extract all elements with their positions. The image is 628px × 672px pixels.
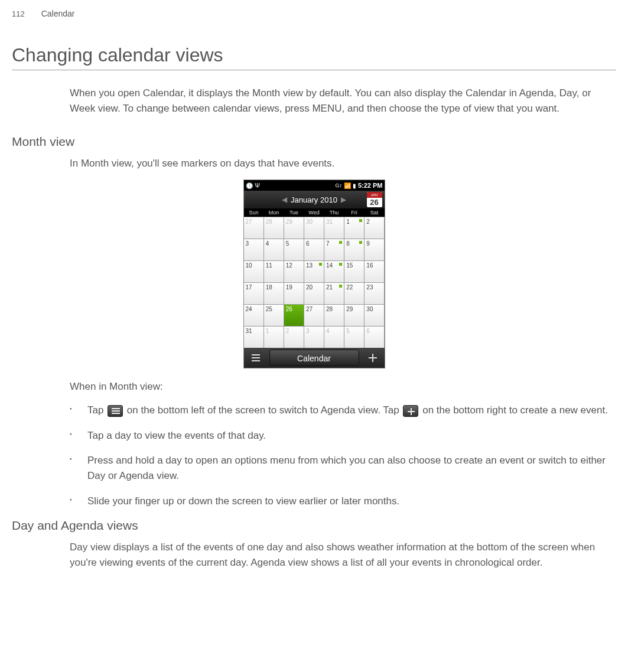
calendar-day[interactable]: 17 (244, 283, 263, 304)
event-marker (339, 241, 342, 244)
bottom-bar: Calendar (244, 348, 385, 368)
calendar-day[interactable]: 25 (264, 305, 284, 326)
calendar-day[interactable]: 5 (344, 327, 364, 348)
calendar-day[interactable]: 21 (324, 283, 344, 304)
calendar-day[interactable]: 22 (344, 283, 364, 304)
svg-rect-0 (252, 354, 260, 355)
calendar-day[interactable]: 5 (284, 239, 304, 260)
month-view-heading: Month view (12, 135, 616, 149)
badge-day: 26 (370, 198, 378, 207)
list-icon (108, 405, 123, 417)
signal-icon: 📶 (344, 182, 351, 189)
calendar-day[interactable]: 30 (304, 217, 324, 239)
bullet-1: Tap on the bottom left of the screen to … (70, 403, 616, 418)
calendar-day[interactable]: 2 (365, 217, 384, 239)
calendar-day[interactable]: 7 (324, 239, 344, 260)
calendar-day[interactable]: 13 (304, 261, 324, 282)
svg-rect-1 (252, 357, 260, 358)
badge-month: JAN (367, 192, 382, 198)
dow-cell: Wed (304, 208, 324, 217)
screenshot-container: 🕓 Ψ G↕ 📶 ▮ 5:22 PM ◀ January 2010 ▶ JAN … (12, 180, 616, 368)
calendar-day[interactable]: 1 (344, 217, 364, 239)
day-agenda-desc: Day view displays a list of the events o… (70, 540, 616, 571)
calendar-day[interactable]: 12 (284, 261, 304, 282)
event-marker (319, 263, 322, 266)
status-time: 5:22 PM (358, 182, 383, 189)
calendar-day[interactable]: 1 (264, 327, 284, 348)
dow-cell: Sun (244, 208, 264, 217)
battery-icon: ▮ (353, 182, 356, 189)
calendar-day[interactable]: 20 (304, 283, 324, 304)
calendar-day[interactable]: 10 (244, 261, 263, 282)
calendar-day[interactable]: 2 (284, 327, 304, 348)
calendar-day[interactable]: 3 (304, 327, 324, 348)
add-button[interactable] (361, 348, 385, 368)
calendar-day[interactable]: 27 (244, 217, 263, 239)
bottom-bar-title[interactable]: Calendar (269, 350, 359, 366)
calendar-day[interactable]: 4 (264, 239, 284, 260)
calendar-day[interactable]: 19 (284, 283, 304, 304)
phone-screenshot: 🕓 Ψ G↕ 📶 ▮ 5:22 PM ◀ January 2010 ▶ JAN … (243, 180, 385, 368)
next-month-icon[interactable]: ▶ (337, 195, 350, 204)
page-title: Changing calendar views (12, 44, 616, 70)
month-view-desc: In Month view, you'll see markers on day… (70, 156, 616, 171)
event-marker (359, 219, 362, 222)
bullet-2: Tap a day to view the events of that day… (70, 428, 616, 443)
calendar-day[interactable]: 3 (244, 239, 263, 260)
plus-icon (367, 353, 378, 363)
calendar-day[interactable]: 4 (324, 327, 344, 348)
today-badge[interactable]: JAN 26 (367, 192, 382, 207)
calendar-day[interactable]: 27 (304, 305, 324, 326)
bullet-4: Slide your finger up or down the screen … (70, 494, 616, 509)
calendar-day[interactable]: 14 (324, 261, 344, 282)
month-header[interactable]: ◀ January 2010 ▶ JAN 26 (244, 191, 385, 208)
calendar-day[interactable]: 9 (365, 239, 384, 260)
calendar-day[interactable]: 26 (284, 305, 304, 326)
month-title: January 2010 (291, 195, 337, 204)
calendar-day[interactable]: 6 (365, 327, 384, 348)
dow-cell: Mon (264, 208, 284, 217)
day-agenda-heading: Day and Agenda views (12, 518, 616, 533)
calendar-day[interactable]: 6 (304, 239, 324, 260)
svg-rect-2 (252, 360, 260, 361)
calendar-day[interactable]: 28 (324, 305, 344, 326)
status-bar: 🕓 Ψ G↕ 📶 ▮ 5:22 PM (244, 180, 385, 191)
calendar-grid[interactable]: 2728293031123456789101112131415161718192… (244, 217, 385, 348)
clock-icon: 🕓 (246, 182, 253, 189)
prev-month-icon[interactable]: ◀ (278, 195, 291, 204)
list-icon (250, 353, 261, 363)
calendar-day[interactable]: 23 (365, 283, 384, 304)
svg-rect-4 (369, 357, 377, 358)
dow-row: SunMonTueWedThuFriSat (244, 208, 385, 217)
page-header: 112 Calendar (12, 9, 616, 18)
dow-cell: Thu (324, 208, 344, 217)
calendar-day[interactable]: 30 (365, 305, 384, 326)
intro-text: When you open Calendar, it displays the … (70, 86, 616, 117)
calendar-day[interactable]: 16 (365, 261, 384, 282)
calendar-day[interactable]: 31 (244, 327, 263, 348)
dow-cell: Fri (344, 208, 365, 217)
agenda-button[interactable] (244, 348, 268, 368)
calendar-day[interactable]: 28 (264, 217, 284, 239)
dow-cell: Tue (284, 208, 304, 217)
event-marker (339, 285, 342, 288)
event-marker (359, 241, 362, 244)
calendar-day[interactable]: 29 (284, 217, 304, 239)
bullet-list: Tap on the bottom left of the screen to … (70, 403, 616, 509)
chapter-title: Calendar (41, 9, 75, 18)
bullet-3: Press and hold a day to open an options … (70, 453, 616, 484)
calendar-day[interactable]: 8 (344, 239, 364, 260)
g-icon: G↕ (335, 182, 342, 188)
calendar-day[interactable]: 29 (344, 305, 364, 326)
calendar-day[interactable]: 18 (264, 283, 284, 304)
calendar-day[interactable]: 11 (264, 261, 284, 282)
dow-cell: Sat (365, 208, 385, 217)
calendar-day[interactable]: 31 (324, 217, 344, 239)
calendar-day[interactable]: 15 (344, 261, 364, 282)
event-marker (339, 263, 342, 266)
when-month-view-label: When in Month view: (70, 379, 616, 394)
page-number: 112 (12, 9, 25, 18)
plus-icon (403, 405, 418, 417)
usb-icon: Ψ (255, 182, 260, 189)
calendar-day[interactable]: 24 (244, 305, 263, 326)
